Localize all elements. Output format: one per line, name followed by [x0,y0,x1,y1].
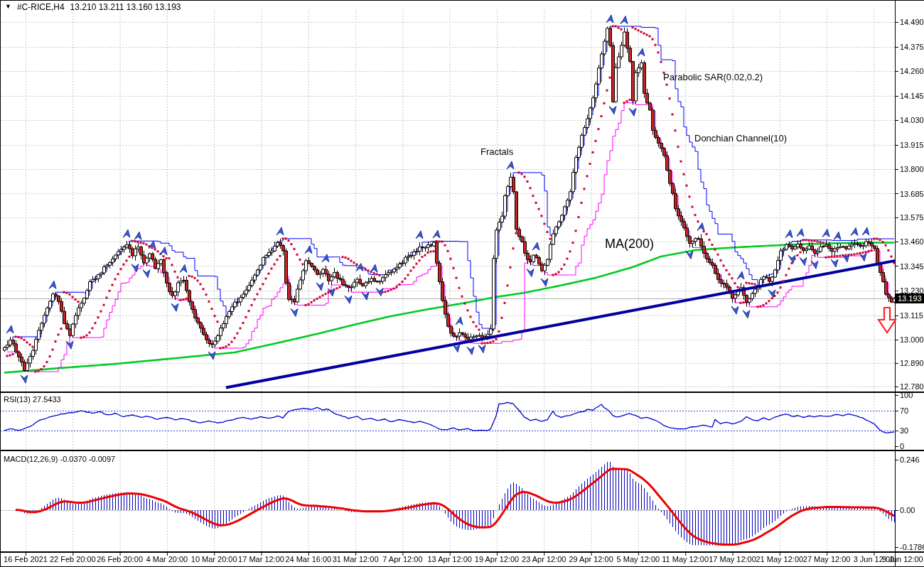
sell-signal-arrow-icon [877,306,897,335]
time-tick-label: 22 Feb 20:00 [50,555,96,563]
price-tick-label: 14.490 [900,18,924,26]
symbol-dropdown-icon[interactable]: ▼ [5,3,11,10]
time-tick-label: 9 Jun 12:00 [882,555,923,563]
price-tick-label: 14.260 [900,67,924,75]
time-tick-label: 11 May 12:00 [662,555,709,563]
time-tick-label: 31 Mar 12:00 [333,555,379,563]
fractals-label: Fractals [480,146,513,157]
price-tick-label: 13.345 [900,262,924,271]
donchian-channel-label: Donchian Channel(10) [694,133,787,144]
ohlc-values: 13.210 13.211 13.160 13.193 [70,2,181,12]
chart-title: ▼ #C-RICE,H4 13.210 13.211 13.160 13.193 [5,2,181,12]
time-tick-label: 24 Mar 16:00 [285,555,331,563]
price-tick-label: 13.685 [900,190,924,198]
time-tick-label: 21 May 12:00 [756,555,803,563]
time-tick-label: 26 Feb 20:00 [97,555,143,563]
chart-window: { "title": { "dropdown_icon": "▼", "symb… [0,0,924,567]
price-tick-label: 13.115 [900,311,923,320]
time-tick-label: 29 Apr 12:00 [569,555,613,563]
time-tick-label: 7 Apr 12:00 [382,555,422,563]
time-tick-label: 27 May 12:00 [803,555,851,563]
macd-tick-label: 0.246 [900,455,920,464]
time-tick-label: 19 Apr 12:00 [475,555,519,563]
time-tick-label: 5 May 12:00 [617,555,660,563]
rsi-tick-label: 70 [900,406,908,415]
ma200-label: MA(200) [605,237,654,252]
price-tick-label: 12.890 [900,359,924,367]
price-tick-label: 13.000 [900,335,924,344]
rsi-indicator-label: RSI(13) 27.5433 [4,395,61,404]
symbol-title: #C-RICE,H4 [17,2,65,12]
time-tick-label: 17 May 12:00 [709,555,756,563]
price-tick-label: 14.145 [900,92,924,100]
price-tick-label: 14.030 [900,116,924,124]
price-tick-label: 13.575 [900,213,924,222]
time-tick-label: 10 Mar 20:00 [191,555,237,563]
current-price-badge: 13.193 [896,293,924,303]
price-tick-label: 13.460 [900,237,924,246]
rsi-tick-label: 0 [900,442,904,450]
macd-tick-label: 0.00 [900,506,915,514]
macd-indicator-label: MACD(12,26,9) -0.0370 -0.0097 [4,455,115,463]
rsi-tick-label: 30 [900,426,908,435]
time-tick-label: 17 Mar 12:00 [238,555,284,563]
time-tick-label: 16 Feb 2021 [4,555,48,563]
time-tick-label: 13 Apr 12:00 [427,555,471,563]
macd-tick-label: -0.1786 [900,543,924,551]
price-tick-label: 12.780 [900,382,924,391]
price-tick-label: 14.375 [900,43,924,51]
price-tick-label: 13.800 [900,165,924,173]
time-tick-label: 23 Apr 12:00 [522,555,566,563]
price-tick-label: 13.915 [900,141,924,149]
chart-canvas[interactable] [0,0,924,567]
parabolic-sar-label: Parabolic SAR(0.02,0.2) [663,72,763,82]
time-tick-label: 4 Mar 20:00 [146,555,188,563]
rsi-tick-label: 100 [900,391,913,399]
